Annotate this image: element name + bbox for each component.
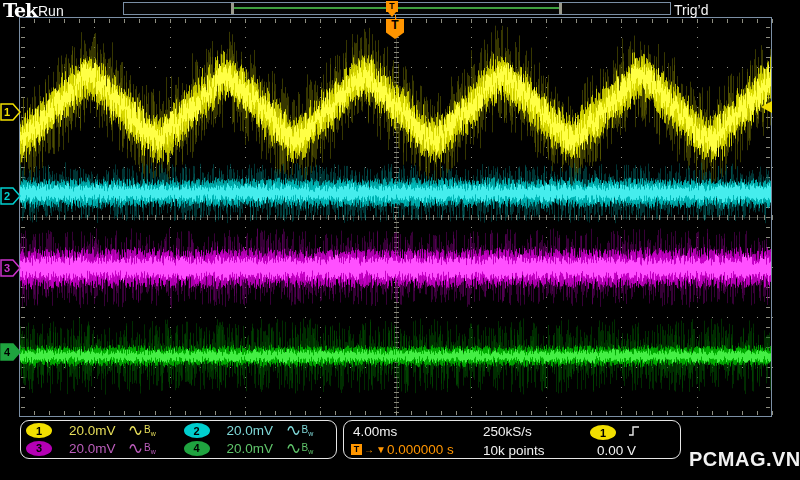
ch4-coupling: Bw [287, 442, 314, 455]
trigger-level-arrow-icon[interactable] [759, 101, 773, 114]
record-length-readout: 10k points [483, 443, 545, 458]
trigger-position-value: 0.000000 s [387, 442, 454, 457]
ch1-position-marker[interactable]: 1 [0, 103, 21, 121]
ch2-coupling: Bw [287, 424, 314, 437]
ch4-trace [0, 0, 800, 480]
sample-rate-readout: 250kS/s [483, 424, 532, 439]
svg-text:1: 1 [4, 106, 10, 118]
ch2-badge[interactable]: 2 [184, 423, 210, 438]
record-view-bar[interactable]: T [123, 2, 671, 15]
ch1-bandwidth-label: Bw [144, 424, 156, 437]
ch4-readout[interactable]: 420.0mVBw [179, 440, 337, 458]
oscilloscope-screen: Tek Run Trig’d T T 1234 120.0mVBw220.0mV… [0, 0, 800, 480]
ch3-readout[interactable]: 320.0mVBw [21, 440, 179, 458]
trigger-position-readout[interactable]: T → ▼ 0.000000 s [351, 442, 454, 457]
svg-text:3: 3 [4, 262, 10, 274]
record-view-trigger-icon[interactable]: T [386, 1, 398, 12]
record-view-bracket-left[interactable] [231, 3, 234, 14]
svg-text:4: 4 [4, 346, 11, 358]
ch4-ac-coupling-icon [287, 443, 300, 454]
ch2-scale: 20.0mV [227, 423, 279, 438]
trigger-level-readout[interactable]: 0.00 V [597, 443, 636, 458]
ch2-ac-coupling-icon [287, 425, 300, 436]
ch1-readout[interactable]: 120.0mVBw [21, 422, 179, 440]
ch3-bandwidth-label: Bw [144, 442, 156, 455]
ch1-coupling: Bw [129, 424, 156, 437]
ch3-coupling: Bw [129, 442, 156, 455]
tek-logo: Tek [3, 0, 37, 21]
ch4-position-marker[interactable]: 4 [0, 343, 21, 361]
ch3-scale: 20.0mV [69, 441, 121, 456]
ch1-ac-coupling-icon [129, 425, 142, 436]
horizontal-trigger-box: 4.00ms 250kS/s 1 T → ▼ 0.000000 s 10k po… [343, 420, 681, 459]
trigger-t-icon: T [351, 444, 362, 455]
ch4-scale: 20.0mV [227, 441, 279, 456]
watermark: PCMAG.VN [689, 448, 800, 471]
ch2-bandwidth-label: Bw [302, 424, 314, 437]
trigger-source-badge[interactable]: 1 [590, 425, 616, 440]
channel-readouts-box: 120.0mVBw220.0mVBw320.0mVBw420.0mVBw [20, 420, 337, 459]
ch3-ac-coupling-icon [129, 443, 142, 454]
ch4-bandwidth-label: Bw [302, 442, 314, 455]
record-view-bracket-right[interactable] [559, 3, 562, 14]
ch3-badge[interactable]: 3 [26, 441, 52, 456]
timebase-readout[interactable]: 4.00ms [353, 424, 397, 439]
svg-text:2: 2 [4, 190, 10, 202]
ch1-badge[interactable]: 1 [26, 423, 52, 438]
ch4-badge[interactable]: 4 [184, 441, 210, 456]
arrow-right-icon: → [364, 444, 374, 455]
acquisition-status: Run [38, 3, 64, 19]
ch1-scale: 20.0mV [69, 423, 121, 438]
arrow-down-icon: ▼ [376, 444, 386, 455]
trigger-slope-rising-icon [628, 425, 640, 437]
ch2-readout[interactable]: 220.0mVBw [179, 422, 337, 440]
ch2-position-marker[interactable]: 2 [0, 187, 21, 205]
trigger-status: Trig’d [674, 2, 709, 18]
ch3-position-marker[interactable]: 3 [0, 259, 21, 277]
